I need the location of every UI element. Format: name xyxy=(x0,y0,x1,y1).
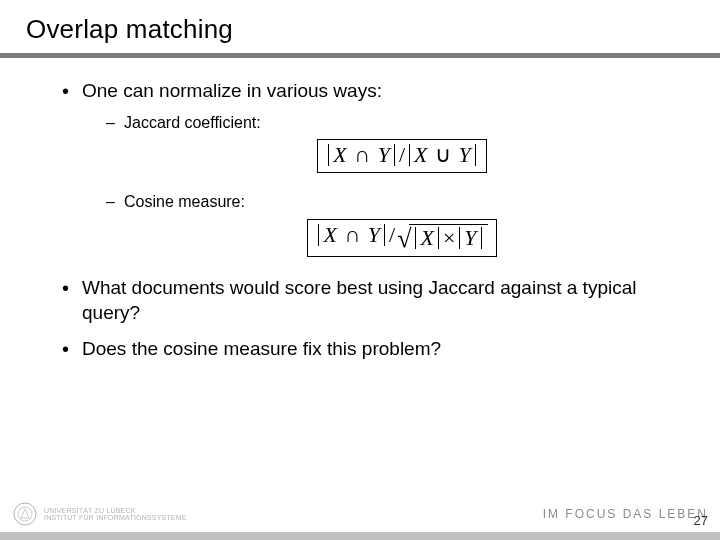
radical-icon: √ xyxy=(397,226,411,252)
var-x: X xyxy=(333,142,346,167)
subbullet-label: Cosine measure: xyxy=(124,193,245,210)
op-divide: / xyxy=(397,142,407,167)
var-y: Y xyxy=(378,142,390,167)
page-number: 27 xyxy=(694,513,708,528)
university-logo: UNIVERSITÄT ZU LÜBECK INSTITUT FÜR INFOR… xyxy=(12,501,187,527)
subbullet-cosine: Cosine measure: X ∩ Y/√X×Y xyxy=(106,191,680,257)
bullet-text: Does the cosine measure fix this problem… xyxy=(82,338,441,359)
op-intersect2: ∩ xyxy=(342,222,362,247)
slide-title: Overlap matching xyxy=(0,0,720,53)
var-x3: X xyxy=(323,222,336,247)
slide-content: One can normalize in various ways: Jacca… xyxy=(0,58,720,362)
bullet-question-cosine: Does the cosine measure fix this problem… xyxy=(62,336,680,362)
bullet-text: What documents would score best using Ja… xyxy=(82,277,636,324)
svg-point-0 xyxy=(14,503,36,525)
bullet-question-jaccard: What documents would score best using Ja… xyxy=(62,275,680,326)
formula-jaccard-wrap: X ∩ Y/X ∪ Y xyxy=(124,139,680,173)
formula-jaccard: X ∩ Y/X ∪ Y xyxy=(317,139,486,173)
var-y2: Y xyxy=(458,142,470,167)
bullet-text: One can normalize in various ways: xyxy=(82,80,382,101)
slide-footer: UNIVERSITÄT ZU LÜBECK INSTITUT FÜR INFOR… xyxy=(0,532,720,540)
var-x4: X xyxy=(420,225,433,250)
var-y3: Y xyxy=(368,222,380,247)
formula-cosine: X ∩ Y/√X×Y xyxy=(307,219,496,257)
seal-icon xyxy=(12,501,38,527)
university-name: UNIVERSITÄT ZU LÜBECK xyxy=(44,507,187,514)
sqrt: √X×Y xyxy=(397,224,487,250)
institute-name: INSTITUT FÜR INFORMATIONSSYSTEME xyxy=(44,514,187,521)
subbullet-jaccard: Jaccard coefficient: X ∩ Y/X ∪ Y xyxy=(106,112,680,174)
op-times: × xyxy=(441,225,457,250)
subbullet-label: Jaccard coefficient: xyxy=(124,114,261,131)
var-y4: Y xyxy=(464,225,476,250)
formula-cosine-wrap: X ∩ Y/√X×Y xyxy=(124,219,680,257)
var-x2: X xyxy=(414,142,427,167)
op-intersect: ∩ xyxy=(352,142,372,167)
footer-motto: IM FOCUS DAS LEBEN xyxy=(543,507,708,521)
bullet-normalize: One can normalize in various ways: Jacca… xyxy=(62,78,680,257)
footer-bar xyxy=(0,532,720,540)
op-divide2: / xyxy=(387,222,397,247)
slide: Overlap matching One can normalize in va… xyxy=(0,0,720,540)
op-union: ∪ xyxy=(433,142,453,167)
